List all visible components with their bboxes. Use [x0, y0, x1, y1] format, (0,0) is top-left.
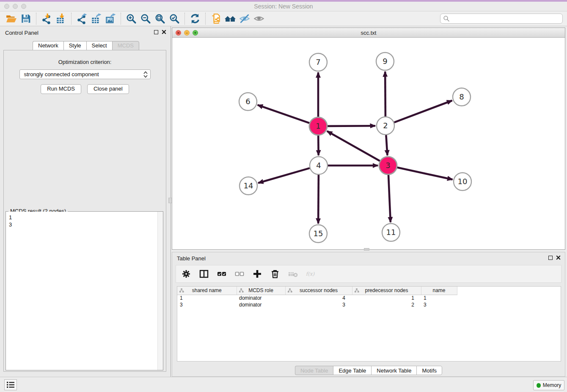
- graph-node-11[interactable]: 11: [382, 224, 400, 241]
- graph-node-7[interactable]: 7: [309, 53, 327, 71]
- mcds-result-group: MCDS result (2 nodes) 13: [6, 211, 163, 370]
- tab-node-table[interactable]: Node Table: [295, 366, 333, 375]
- tab-motifs[interactable]: Motifs: [416, 366, 442, 375]
- node-label: 9: [383, 57, 387, 66]
- delete-columns-icon: [270, 269, 280, 279]
- cell-successor-nodes[interactable]: 4: [285, 295, 352, 301]
- zoom-selected-button[interactable]: [167, 12, 182, 25]
- column-header-MCDS-role[interactable]: MCDS role: [237, 287, 285, 295]
- tab-style[interactable]: Style: [63, 41, 86, 50]
- column-header-successor-nodes[interactable]: successor nodes: [285, 287, 352, 295]
- hide-selected-button[interactable]: [237, 12, 252, 25]
- select-all-columns-button[interactable]: [216, 268, 228, 280]
- tab-edge-table[interactable]: Edge Table: [333, 366, 371, 375]
- column-header-predecessor-nodes[interactable]: predecessor nodes: [352, 287, 421, 295]
- graph-node-8[interactable]: 8: [453, 88, 471, 106]
- graph-node-15[interactable]: 15: [309, 225, 327, 243]
- graph-node-2[interactable]: 2: [377, 117, 394, 135]
- cell-predecessor-nodes[interactable]: 1: [352, 295, 421, 301]
- graph-node-6[interactable]: 6: [239, 93, 257, 110]
- close-table-panel-icon[interactable]: [556, 255, 561, 260]
- cell-predecessor-nodes[interactable]: 2: [352, 301, 421, 308]
- deselect-all-columns-button[interactable]: [234, 268, 245, 280]
- memory-button[interactable]: Memory: [533, 380, 564, 390]
- mcds-result-list[interactable]: 13: [6, 212, 163, 370]
- table-row[interactable]: 1dominator411: [177, 295, 457, 301]
- task-history-button[interactable]: [4, 379, 17, 390]
- column-group-icon: [179, 288, 184, 293]
- criterion-select[interactable]: strongly connected component: [19, 69, 151, 79]
- home-button[interactable]: [223, 12, 237, 25]
- cell-MCDS-role[interactable]: dominator: [237, 295, 285, 301]
- edge-3-1[interactable]: [327, 131, 380, 161]
- show-column-panel-button[interactable]: [198, 268, 210, 280]
- table-row[interactable]: 3dominator323: [177, 301, 457, 308]
- run-mcds-button[interactable]: Run MCDS: [41, 84, 81, 94]
- zoom-in-button[interactable]: [124, 12, 138, 25]
- cell-name[interactable]: 1: [421, 295, 457, 301]
- tab-network-table[interactable]: Network Table: [371, 366, 416, 375]
- graph-node-10[interactable]: 10: [454, 173, 471, 190]
- node-table[interactable]: shared nameMCDS rolesuccessor nodesprede…: [177, 286, 561, 362]
- refresh-layout-button[interactable]: [188, 12, 202, 25]
- horizontal-splitter-handle[interactable]: [364, 248, 369, 251]
- close-panel-icon[interactable]: [162, 30, 166, 34]
- clone-network-button[interactable]: [209, 12, 223, 25]
- close-panel-button[interactable]: Close panel: [87, 84, 129, 94]
- result-scrollbar[interactable]: [157, 212, 163, 370]
- edge-1-6[interactable]: [258, 105, 310, 123]
- table-panel-title: Table Panel: [177, 255, 206, 262]
- node-label: 15: [314, 229, 323, 238]
- edge-4-14[interactable]: [258, 168, 310, 183]
- edge-2-3[interactable]: [386, 135, 387, 155]
- show-all-button[interactable]: [252, 12, 266, 25]
- tab-mcds[interactable]: MCDS: [112, 41, 139, 50]
- network-canvas[interactable]: 7968124314101511: [172, 38, 565, 249]
- criterion-select-value: strongly connected component: [24, 71, 99, 77]
- network-graph[interactable]: 7968124314101511: [172, 38, 565, 249]
- import-table-button[interactable]: [54, 12, 68, 25]
- create-column-button[interactable]: [251, 268, 263, 280]
- table-mode-gear-button[interactable]: [180, 268, 192, 280]
- window-title: Session: New Session: [0, 3, 567, 10]
- edge-2-9[interactable]: [385, 72, 385, 116]
- cell-MCDS-role[interactable]: dominator: [237, 301, 285, 308]
- graph-node-4[interactable]: 4: [310, 157, 328, 174]
- graph-node-3[interactable]: 3: [379, 157, 397, 174]
- export-image-button[interactable]: [103, 12, 118, 25]
- cell-shared-name[interactable]: 3: [177, 301, 237, 308]
- mcds-result-item[interactable]: 3: [9, 221, 154, 228]
- save-session-button[interactable]: [19, 12, 33, 25]
- network-window-titlebar[interactable]: ✕ − + scc.txt: [172, 28, 565, 38]
- graph-node-1[interactable]: 1: [309, 117, 327, 135]
- edge-2-8[interactable]: [394, 101, 452, 123]
- zoom-out-button[interactable]: [138, 12, 153, 25]
- import-network-button[interactable]: [39, 12, 54, 25]
- deselect-all-columns-icon: [234, 269, 245, 279]
- zoom-fit-button[interactable]: [153, 12, 167, 25]
- tab-select[interactable]: Select: [86, 41, 112, 50]
- edge-3-11[interactable]: [388, 175, 391, 222]
- tab-network[interactable]: Network: [33, 41, 63, 50]
- edge-1-4[interactable]: [318, 135, 319, 155]
- clone-network-icon: [210, 13, 221, 24]
- edge-3-10[interactable]: [397, 168, 453, 179]
- cell-successor-nodes[interactable]: 3: [285, 301, 352, 308]
- export-table-button[interactable]: [89, 12, 103, 25]
- control-panel-header: Control Panel: [0, 26, 171, 39]
- cell-shared-name[interactable]: 1: [177, 295, 237, 301]
- mcds-result-item[interactable]: 1: [9, 214, 154, 221]
- edge-4-15[interactable]: [318, 175, 319, 224]
- delete-columns-button[interactable]: [269, 268, 281, 280]
- export-network-button[interactable]: [74, 12, 89, 25]
- edge-1-2[interactable]: [328, 126, 375, 126]
- float-panel-icon[interactable]: [154, 30, 158, 34]
- cell-name[interactable]: 3: [421, 301, 457, 308]
- graph-node-14[interactable]: 14: [239, 177, 257, 195]
- search-input[interactable]: [440, 14, 563, 24]
- open-file-button[interactable]: [4, 12, 19, 25]
- float-table-panel-icon[interactable]: [548, 256, 553, 260]
- graph-node-9[interactable]: 9: [376, 52, 394, 70]
- column-header-shared-name[interactable]: shared name: [177, 287, 237, 295]
- column-header-name[interactable]: name: [421, 287, 457, 295]
